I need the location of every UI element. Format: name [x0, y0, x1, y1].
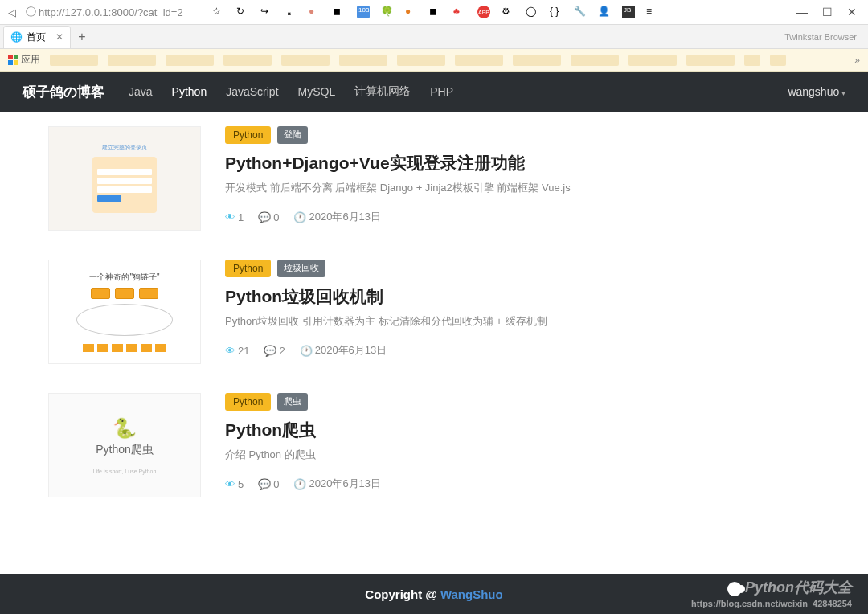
- star-icon[interactable]: ☆: [212, 6, 225, 18]
- url-text: http://127.0.0.1:8000/?cat_id=2: [39, 6, 183, 18]
- site-navbar: 硕子鸽の博客 Java Python JavaScript MySQL 计算机网…: [0, 72, 868, 112]
- new-tab-button[interactable]: +: [71, 30, 93, 44]
- post-date: 2020年6月13日: [309, 210, 381, 224]
- browser-toolbar: ◁ ⓘ http://127.0.0.1:8000/?cat_id=2 ☆ ↻ …: [0, 0, 868, 25]
- bookmarks-overflow-icon[interactable]: »: [854, 55, 860, 66]
- ext-icon[interactable]: ●: [309, 6, 321, 18]
- bookmark-item[interactable]: [744, 55, 760, 66]
- category-tag[interactable]: Python: [225, 393, 271, 411]
- post-title[interactable]: Python垃圾回收机制: [225, 285, 820, 308]
- toolbar-icons: ☆ ↻ ↪ ⭳ ● ◼ 103 🍀 ● ◼ ♣ ABP ⚙ ◯ { } 🔧 👤 …: [209, 6, 662, 18]
- ext-icon[interactable]: ◯: [526, 6, 538, 18]
- nav-mysql[interactable]: MySQL: [289, 85, 346, 98]
- bookmark-item[interactable]: [339, 55, 387, 66]
- site-footer: Copyright @ WangShuo Python代码大全 https://…: [0, 574, 868, 614]
- sub-tag[interactable]: 垃圾回收: [277, 260, 326, 277]
- post-thumbnail[interactable]: 一个神奇的"狗链子": [48, 260, 201, 364]
- post-meta: 👁21 💬2 🕐2020年6月13日: [225, 343, 820, 358]
- post-meta: 👁1 💬0 🕐2020年6月13日: [225, 210, 820, 224]
- category-tag[interactable]: Python: [225, 260, 271, 277]
- comments-count: 0: [273, 211, 279, 223]
- nav-java[interactable]: Java: [119, 85, 162, 98]
- footer-author-link[interactable]: WangShuo: [440, 587, 503, 601]
- ext-icon[interactable]: 🍀: [381, 6, 394, 18]
- post-thumbnail[interactable]: 🐍 Python爬虫 Life is short, I use Python: [48, 393, 201, 497]
- bookmark-item[interactable]: [571, 55, 619, 66]
- ext-icon[interactable]: ⚙: [502, 6, 514, 18]
- ext-icon[interactable]: ♣: [453, 6, 466, 18]
- download-icon[interactable]: ⭳: [285, 6, 297, 18]
- comments-icon: 💬: [258, 478, 271, 490]
- sub-tag[interactable]: 爬虫: [277, 393, 308, 411]
- bookmark-item[interactable]: [513, 55, 561, 66]
- post-title[interactable]: Python爬虫: [225, 419, 820, 441]
- apps-icon: [8, 55, 18, 65]
- post-description: Python垃圾回收 引用计数器为主 标记清除和分代回收为辅 + 缓存机制: [225, 314, 820, 329]
- bookmark-item[interactable]: [686, 55, 735, 66]
- ext-icon[interactable]: JB: [622, 6, 635, 18]
- views-count: 21: [238, 345, 249, 357]
- ext-icon[interactable]: { }: [550, 6, 563, 18]
- post-item: 一个神奇的"狗链子" Python 垃圾回收 Python垃圾回收机制 Pyth…: [0, 245, 868, 379]
- nav-python[interactable]: Python: [162, 85, 217, 98]
- ext-icon[interactable]: 👤: [598, 6, 611, 18]
- close-icon[interactable]: ✕: [847, 6, 857, 18]
- bookmark-item[interactable]: [397, 55, 445, 66]
- content-area: 建立完整的登录页 Python 登陆 Python+Django+Vue实现登录…: [0, 112, 868, 574]
- user-menu[interactable]: wangshuo: [788, 85, 845, 98]
- bookmark-item[interactable]: [455, 55, 503, 66]
- views-icon: 👁: [225, 478, 235, 490]
- adblock-icon[interactable]: ABP: [477, 6, 490, 18]
- minimize-icon[interactable]: —: [796, 6, 808, 18]
- bookmark-item[interactable]: [281, 55, 330, 66]
- sub-tag[interactable]: 登陆: [277, 126, 308, 144]
- post-body: Python 爬虫 Python爬虫 介绍 Python 的爬虫 👁5 💬0 🕐…: [225, 393, 820, 497]
- ext-icon[interactable]: 103: [357, 6, 370, 18]
- bookmark-item[interactable]: [166, 55, 214, 66]
- post-title[interactable]: Python+Django+Vue实现登录注册功能: [225, 152, 820, 174]
- date-icon: 🕐: [293, 211, 306, 223]
- bookmark-item[interactable]: [770, 55, 786, 66]
- browser-branding: Twinkstar Browser: [784, 32, 868, 42]
- apps-button[interactable]: 应用: [8, 53, 40, 67]
- ext-icon[interactable]: 🔧: [574, 6, 587, 18]
- bookmark-item[interactable]: [628, 55, 677, 66]
- post-meta: 👁5 💬0 🕐2020年6月13日: [225, 477, 820, 491]
- bookmarks-bar: 应用 »: [0, 49, 868, 72]
- forward-icon[interactable]: ↪: [260, 6, 273, 18]
- globe-icon: 🌐: [10, 31, 23, 43]
- bookmark-item[interactable]: [108, 55, 156, 66]
- url-bar[interactable]: ⓘ http://127.0.0.1:8000/?cat_id=2: [23, 3, 206, 21]
- bookmark-item[interactable]: [50, 55, 98, 66]
- maximize-icon[interactable]: ☐: [822, 6, 833, 18]
- wechat-icon: [727, 582, 742, 596]
- post-item: 🐍 Python爬虫 Life is short, I use Python P…: [0, 379, 868, 512]
- category-tag[interactable]: Python: [225, 126, 271, 144]
- comments-icon: 💬: [264, 345, 276, 357]
- comments-count: 2: [279, 345, 285, 357]
- comments-count: 0: [273, 478, 279, 490]
- nav-network[interactable]: 计算机网络: [345, 84, 420, 99]
- views-icon: 👁: [225, 211, 235, 223]
- nav-javascript[interactable]: JavaScript: [216, 85, 288, 98]
- browser-tab[interactable]: 🌐 首页 ✕: [3, 26, 71, 48]
- menu-icon[interactable]: ≡: [646, 6, 659, 18]
- post-description: 介绍 Python 的爬虫: [225, 448, 820, 462]
- info-icon: ⓘ: [26, 5, 39, 19]
- site-brand[interactable]: 硕子鸽の博客: [23, 83, 104, 101]
- post-date: 2020年6月13日: [315, 343, 387, 358]
- post-thumbnail[interactable]: 建立完整的登录页: [48, 126, 201, 231]
- tab-close-icon[interactable]: ✕: [55, 31, 63, 43]
- ext-icon[interactable]: ◼: [333, 6, 346, 18]
- window-controls: — ☐ ✕: [796, 6, 863, 18]
- views-count: 1: [238, 211, 244, 223]
- post-item: 建立完整的登录页 Python 登陆 Python+Django+Vue实现登录…: [0, 112, 868, 245]
- nav-php[interactable]: PHP: [420, 85, 463, 98]
- ext-icon[interactable]: ●: [405, 6, 418, 18]
- tab-title: 首页: [27, 31, 46, 44]
- back-icon[interactable]: ◁: [5, 5, 19, 19]
- refresh-icon[interactable]: ↻: [236, 6, 249, 18]
- copyright-text: Copyright @: [365, 587, 437, 601]
- bookmark-item[interactable]: [223, 55, 272, 66]
- ext-icon[interactable]: ◼: [429, 6, 442, 18]
